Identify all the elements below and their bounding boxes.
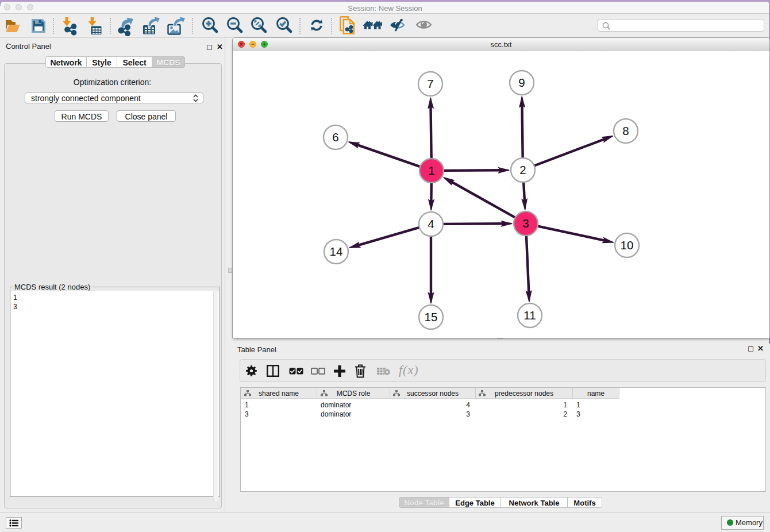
svg-text:4: 4 [428, 217, 434, 230]
svg-text:8: 8 [622, 124, 629, 137]
svg-text:7: 7 [427, 77, 433, 90]
svg-text:14: 14 [330, 245, 343, 258]
svg-text:15: 15 [425, 310, 438, 323]
svg-text:10: 10 [621, 238, 634, 252]
svg-text:1: 1 [428, 164, 434, 177]
svg-text:6: 6 [332, 130, 338, 144]
svg-text:2: 2 [519, 163, 526, 176]
svg-text:11: 11 [523, 309, 536, 322]
svg-text:9: 9 [518, 76, 525, 89]
svg-text:3: 3 [522, 217, 529, 230]
